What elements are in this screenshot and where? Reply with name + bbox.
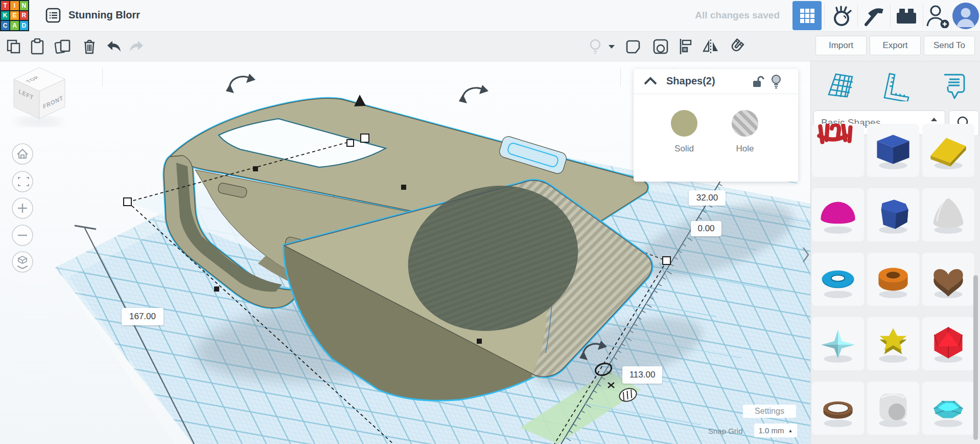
- dice-icon: [867, 382, 919, 435]
- tinkercad-editor: { "topbar": { "title": "Stunning Blorr",…: [0, 0, 980, 444]
- align-icon: [678, 38, 693, 55]
- shape-thumb-icosahedron[interactable]: [922, 317, 974, 370]
- dim-depth-label[interactable]: 113.00: [622, 366, 662, 384]
- align-button[interactable]: [676, 38, 694, 55]
- copy-button[interactable]: [5, 38, 22, 55]
- caret-down-icon: [608, 44, 615, 49]
- tube-icon: [867, 253, 919, 306]
- redo-button[interactable]: [128, 38, 145, 55]
- export-button[interactable]: Export: [870, 36, 921, 55]
- group-button[interactable]: [625, 38, 643, 55]
- fit-view-button[interactable]: [12, 171, 33, 192]
- shape-thumb-half-sphere[interactable]: [812, 188, 864, 241]
- shape-thumb-torus[interactable]: [812, 253, 864, 306]
- shape-thumb-paraboloid[interactable]: [922, 188, 974, 241]
- star-icon: [867, 317, 919, 370]
- shapes-sidebar: Basic Shapes: [810, 31, 980, 444]
- unlock-icon[interactable]: [751, 75, 764, 88]
- bulb-icon[interactable]: [771, 74, 782, 90]
- logo-cell: A: [10, 21, 18, 30]
- duplicate-button[interactable]: [54, 38, 72, 55]
- shape-thumb-dice[interactable]: [867, 382, 919, 435]
- group-icon: [626, 38, 642, 55]
- shape-thumb-tube[interactable]: [867, 253, 919, 306]
- settings-button[interactable]: Settings: [743, 405, 796, 418]
- shape-thumb-gem[interactable]: [922, 382, 974, 435]
- shape-thumb-heart[interactable]: [922, 253, 974, 306]
- shape-thumb-box[interactable]: [867, 124, 919, 177]
- sidebar-scrollbar[interactable]: [973, 275, 978, 440]
- bulb-icon: [589, 38, 602, 55]
- paste-button[interactable]: [29, 38, 46, 55]
- hole-swatch[interactable]: [732, 110, 758, 137]
- design-title[interactable]: Stunning Blorr: [68, 9, 140, 21]
- sim-lab-icon: [830, 5, 853, 27]
- notes-icon: [937, 71, 967, 101]
- send-to-button[interactable]: Send To: [924, 36, 975, 55]
- solid-label: Solid: [654, 144, 715, 154]
- snap-grid-dropdown[interactable]: 1.0 mm▲: [754, 424, 797, 437]
- delete-button[interactable]: [81, 38, 98, 55]
- hole-label: Hole: [714, 144, 776, 154]
- shape-thumb-polygon[interactable]: [867, 188, 919, 241]
- divider: [857, 4, 858, 27]
- ungroup-button[interactable]: [652, 38, 669, 55]
- account-avatar[interactable]: [951, 0, 980, 31]
- logo-cell: E: [10, 11, 18, 20]
- import-button[interactable]: Import: [815, 36, 867, 55]
- 3d-design-view-button[interactable]: [792, 1, 822, 30]
- design-menu-button[interactable]: [45, 7, 61, 24]
- divider: [923, 4, 923, 27]
- dim-width-label[interactable]: 167.00: [122, 308, 164, 325]
- bricks-button[interactable]: [892, 0, 921, 31]
- logo-cell: T: [1, 1, 9, 10]
- sim-lab-button[interactable]: [827, 0, 856, 31]
- shapes-panel-title: Shapes(2): [666, 75, 715, 87]
- divider: [620, 68, 621, 86]
- trash-icon: [82, 38, 97, 55]
- shape-thumb-star-4point[interactable]: [812, 317, 864, 370]
- gem-icon: [922, 382, 974, 435]
- snap-magnet-button[interactable]: [728, 38, 745, 55]
- workplane-icon: [824, 70, 855, 102]
- logo-cell: C: [1, 21, 9, 30]
- solid-swatch[interactable]: [671, 110, 697, 137]
- collaborate-button[interactable]: [925, 0, 951, 31]
- zoom-in-button[interactable]: [12, 198, 33, 218]
- tinkercad-logo[interactable]: TINKERCAD: [0, 0, 29, 31]
- shape-thumb-ring[interactable]: [812, 382, 864, 435]
- zoom-out-button[interactable]: [12, 225, 33, 246]
- paste-icon: [30, 38, 45, 55]
- shape-thumb-star[interactable]: [867, 317, 919, 370]
- logo-cell: N: [20, 1, 28, 10]
- shapes-panel-header: Shapes(2): [634, 69, 798, 94]
- perspective-toggle-button[interactable]: [12, 252, 33, 272]
- ruler-tool-button[interactable]: [870, 65, 921, 106]
- box-icon: [867, 124, 919, 177]
- caret-up-icon: ▲: [788, 428, 793, 433]
- logo-cell: R: [20, 11, 28, 20]
- divider: [102, 68, 103, 86]
- home-view-button[interactable]: [12, 144, 33, 164]
- show-all-dropdown[interactable]: [606, 38, 617, 55]
- mirror-icon: [702, 39, 719, 54]
- notes-tool-button[interactable]: [926, 65, 977, 106]
- scribble-icon: [812, 124, 864, 177]
- shape-thumb-scribble[interactable]: [812, 124, 864, 177]
- toolbar: Import Export Send To: [0, 31, 980, 61]
- mirror-button[interactable]: [702, 38, 719, 55]
- undo-button[interactable]: [105, 38, 123, 55]
- workplane-tool-button[interactable]: [814, 65, 865, 106]
- logo-cell: D: [20, 21, 28, 30]
- autosave-status: All changes saved: [695, 10, 780, 21]
- logo-cell: I: [10, 1, 18, 10]
- duplicate-icon: [54, 38, 72, 55]
- dim-height-label[interactable]: 32.00: [689, 190, 726, 206]
- dim-zero-label[interactable]: 0.00: [691, 221, 721, 236]
- pickaxe-icon: [862, 5, 885, 27]
- shape-thumb-roof[interactable]: [922, 124, 974, 177]
- blocks-button[interactable]: [859, 0, 888, 31]
- show-all-button[interactable]: [587, 38, 604, 55]
- undo-icon: [105, 39, 123, 54]
- collapse-chevron-icon[interactable]: [643, 76, 658, 86]
